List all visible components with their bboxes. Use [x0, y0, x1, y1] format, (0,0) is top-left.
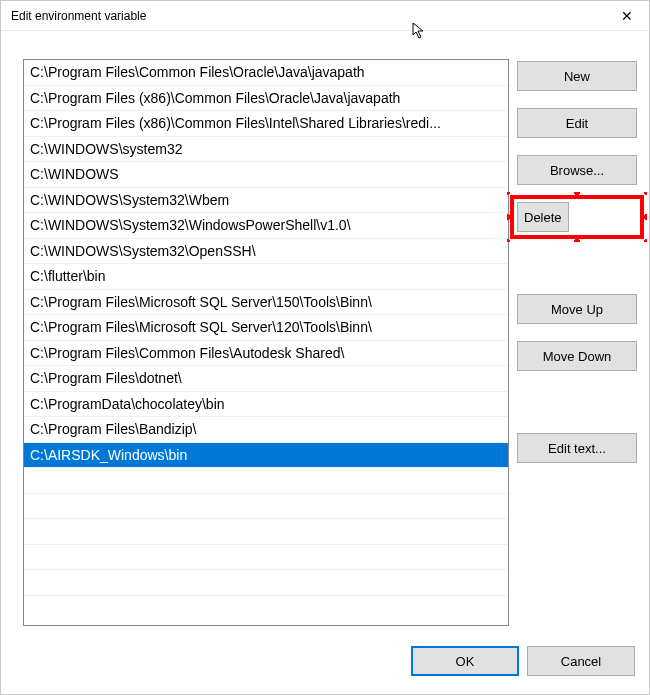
path-listbox[interactable]: C:\Program Files\Common Files\Oracle\Jav… [23, 59, 509, 626]
edit-text-button[interactable]: Edit text... [517, 433, 637, 463]
list-item[interactable] [24, 519, 508, 545]
edit-env-var-dialog: Edit environment variable ✕ C:\Program F… [0, 0, 650, 695]
dialog-content: C:\Program Files\Common Files\Oracle\Jav… [1, 31, 649, 634]
list-item[interactable]: C:\Program Files (x86)\Common Files\Inte… [24, 111, 508, 137]
cancel-button[interactable]: Cancel [527, 646, 635, 676]
list-item[interactable]: C:\flutter\bin [24, 264, 508, 290]
delete-button[interactable]: Delete [517, 202, 569, 232]
list-item[interactable] [24, 494, 508, 520]
list-item[interactable]: C:\Program Files (x86)\Common Files\Orac… [24, 86, 508, 112]
list-item[interactable]: C:\Program Files\Common Files\Autodesk S… [24, 341, 508, 367]
ok-button[interactable]: OK [411, 646, 519, 676]
list-item[interactable] [24, 570, 508, 596]
new-button[interactable]: New [517, 61, 637, 91]
list-item[interactable]: C:\Program Files\Microsoft SQL Server\15… [24, 290, 508, 316]
dialog-footer: OK Cancel [1, 634, 649, 694]
list-item[interactable]: C:\WINDOWS\System32\Wbem [24, 188, 508, 214]
move-up-button[interactable]: Move Up [517, 294, 637, 324]
list-item[interactable]: C:\Program Files\Common Files\Oracle\Jav… [24, 60, 508, 86]
move-down-button[interactable]: Move Down [517, 341, 637, 371]
list-item[interactable] [24, 468, 508, 494]
list-item[interactable]: C:\WINDOWS\System32\WindowsPowerShell\v1… [24, 213, 508, 239]
side-button-panel: New Edit Browse... Delete Move Up Move D… [517, 59, 637, 626]
close-icon: ✕ [621, 8, 633, 24]
edit-button[interactable]: Edit [517, 108, 637, 138]
dialog-title: Edit environment variable [11, 9, 604, 23]
list-item[interactable]: C:\WINDOWS\system32 [24, 137, 508, 163]
delete-highlight: Delete [517, 202, 637, 232]
close-button[interactable]: ✕ [604, 1, 649, 31]
list-item[interactable]: C:\Program Files\Bandizip\ [24, 417, 508, 443]
list-item[interactable]: C:\WINDOWS\System32\OpenSSH\ [24, 239, 508, 265]
list-item[interactable]: C:\WINDOWS [24, 162, 508, 188]
list-item[interactable]: C:\Program Files\dotnet\ [24, 366, 508, 392]
browse-button[interactable]: Browse... [517, 155, 637, 185]
list-item[interactable]: C:\AIRSDK_Windows\bin [24, 443, 508, 469]
list-item[interactable] [24, 545, 508, 571]
titlebar: Edit environment variable ✕ [1, 1, 649, 31]
list-item[interactable]: C:\ProgramData\chocolatey\bin [24, 392, 508, 418]
list-item[interactable]: C:\Program Files\Microsoft SQL Server\12… [24, 315, 508, 341]
